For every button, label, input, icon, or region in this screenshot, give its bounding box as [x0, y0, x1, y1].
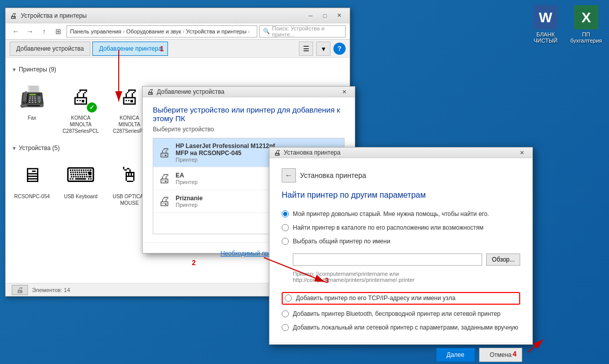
km2-icon: 🖨 [113, 80, 146, 113]
install-back-button[interactable]: ← [282, 168, 296, 183]
radio-group: Мой принтер довольно старый. Мне нужна п… [282, 210, 520, 332]
step1-label: 1 [160, 45, 164, 53]
radio-label-1: Мой принтер довольно старый. Мне нужна п… [293, 210, 489, 219]
address-bar: ← → ↑ ⊞ Панель управления › Оборудование… [6, 23, 350, 40]
search-icon: 🔍 [263, 28, 270, 34]
km2-label: KONICAMINOLTAC287SeriesPS [113, 115, 146, 134]
install-close-button[interactable]: ✕ [515, 148, 528, 158]
rcsonpc-label: RCSONPC-054 [14, 193, 50, 200]
printer-path-input[interactable] [293, 253, 482, 266]
status-icon: 🖨 [12, 285, 28, 295]
maximize-button[interactable]: □ [318, 11, 331, 21]
add-device-window-controls: ✕ [337, 87, 351, 97]
printers-section-header: ▼ Принтеры (9) [12, 66, 344, 73]
radio-input-1[interactable] [282, 210, 289, 217]
install-footer: Далее Отмена [269, 342, 532, 364]
back-button[interactable]: ← [10, 25, 22, 38]
close-button[interactable]: ✕ [332, 11, 346, 21]
install-printer-dialog: 🖨 Установка принтера ✕ ← Установка принт… [269, 147, 533, 345]
titlebar-icon: 🖨 [10, 12, 18, 20]
radio-item-4[interactable]: Добавить принтер по его TCP/IP-адресу ил… [282, 292, 520, 305]
add-device-dialog-title: Добавление устройства [157, 88, 337, 95]
radio-label-5: Добавить принтер Bluetooth, беспроводной… [293, 310, 500, 318]
desktop: W БЛАНК ЧИСТЫЙ X ПП бухгалтерия 🖨 Устрой… [0, 0, 609, 364]
install-heading: Найти принтер по другим параметрам [282, 191, 520, 200]
hp-printer-icon: 🖨 [158, 145, 171, 160]
main-window-titlebar: 🖨 Устройства и принтеры ─ □ ✕ [6, 8, 350, 23]
window-controls: ─ □ ✕ [304, 11, 346, 21]
radio-input-4[interactable] [285, 295, 292, 302]
radio-item-6[interactable]: Добавить локальный или сетевой принтер с… [282, 323, 520, 332]
next-button[interactable]: Далее [436, 348, 475, 362]
install-content: ← Установка принтера Найти принтер по др… [269, 158, 532, 342]
desktop-icon-excel[interactable]: X ПП бухгалтерия [568, 5, 604, 44]
km1-icon: 🖨 ✓ [64, 80, 97, 113]
refresh-button[interactable]: ⊞ [52, 25, 64, 38]
device-rcsonpc[interactable]: 🖥 RCSONPC-054 [12, 157, 52, 215]
mouse-icon: 🖱 [113, 159, 146, 191]
add-device-dialog-icon: 🖨 [147, 88, 154, 96]
km1-label: KONICAMINOLTAC287SeriesPCL [62, 115, 99, 134]
install-window-controls: ✕ [515, 148, 528, 158]
radio-input-5[interactable] [282, 310, 289, 317]
priznanie-printer-icon: 🖨 [158, 194, 171, 208]
help-button[interactable]: ? [333, 43, 346, 55]
breadcrumb-part3: Устройства и принтеры [186, 28, 246, 34]
radio-input-2[interactable] [282, 224, 289, 231]
excel-icon: X [574, 5, 598, 29]
radio-item-5[interactable]: Добавить принтер Bluetooth, беспроводной… [282, 310, 520, 318]
fax-label: Fax [28, 115, 37, 121]
add-device-button[interactable]: Добавление устройства [10, 42, 90, 56]
word-icon: W [533, 5, 558, 29]
svg-text:W: W [539, 10, 553, 25]
printers-label: Принтеры (9) [19, 66, 56, 73]
radio-item-2[interactable]: Найти принтер в каталоге по его располож… [282, 224, 520, 232]
radio-item-1[interactable]: Мой принтер довольно старый. Мне нужна п… [282, 210, 520, 219]
step4-label: 4 [513, 350, 517, 358]
install-dialog-icon: 🖨 [274, 149, 281, 157]
printers-expand-icon[interactable]: ▼ [12, 67, 17, 72]
desktop-icon-word[interactable]: W БЛАНК ЧИСТЫЙ [528, 5, 563, 44]
forward-button[interactable]: → [24, 25, 36, 38]
keyboard-icon: ⌨ [64, 159, 97, 191]
radio-label-4: Добавить принтер по его TCP/IP-адресу ил… [296, 294, 455, 303]
device-km1[interactable]: 🖨 ✓ KONICAMINOLTAC287SeriesPCL [60, 78, 101, 136]
install-dialog-title: Установка принтера [284, 149, 515, 156]
device-keyboard[interactable]: ⌨ USB Keyboard [60, 157, 101, 215]
browse-button[interactable]: Обзор... [486, 253, 520, 266]
add-device-heading: Выберите устройство или принтер для доба… [153, 105, 345, 123]
status-items-count: Элементов: 14 [32, 287, 70, 293]
view-dropdown-button[interactable]: ▾ [316, 42, 330, 56]
minimize-button[interactable]: ─ [304, 11, 317, 21]
devices-expand-icon[interactable]: ▼ [12, 145, 17, 151]
up-button[interactable]: ↑ [38, 25, 50, 38]
add-device-close-button[interactable]: ✕ [337, 87, 351, 97]
search-box[interactable]: 🔍 Поиск: Устройства и принте... [259, 25, 346, 38]
devices-label: Устройства (5) [19, 144, 60, 152]
radio-item-3[interactable]: Выбрать общий принтер по имени [282, 237, 520, 246]
svg-text:X: X [582, 10, 591, 25]
toolbar: Добавление устройства Добавление принтер… [6, 40, 350, 58]
desktop-icon-excel-label: ПП бухгалтерия [568, 31, 604, 44]
desktop-icons-area: W БЛАНК ЧИСТЫЙ X ПП бухгалтерия [528, 5, 604, 44]
step3-label: 3 [325, 276, 329, 284]
radio-label-2: Найти принтер в каталоге по его располож… [293, 224, 484, 232]
install-title: Установка принтера [300, 171, 366, 179]
view-button[interactable]: ☰ [299, 42, 313, 56]
main-window-title: Устройства и принтеры [21, 12, 304, 19]
radio-input-3[interactable] [282, 238, 289, 245]
ea-printer-icon: 🖨 [158, 171, 171, 186]
device-fax[interactable]: 📠 Fax [12, 78, 52, 136]
radio-input-6[interactable] [282, 324, 289, 331]
rcsonpc-icon: 🖥 [16, 159, 48, 191]
add-printer-button[interactable]: Добавление принтера [92, 42, 168, 56]
mouse-label: USB OPTICALMOUSE [113, 193, 146, 206]
install-titlebar: 🖨 Установка принтера ✕ [269, 148, 532, 158]
radio-label-3: Выбрать общий принтер по имени [293, 237, 390, 246]
add-device-subheading: Выберите устройство [153, 126, 345, 133]
breadcrumb-part2: Оборудование и звук [126, 28, 181, 34]
breadcrumb: Панель управления › Оборудование и звук … [66, 25, 257, 38]
search-placeholder-text: Поиск: Устройства и принте... [272, 25, 342, 38]
radio-label-6: Добавить локальный или сетевой принтер с… [293, 323, 518, 332]
step2-label: 2 [192, 259, 196, 267]
